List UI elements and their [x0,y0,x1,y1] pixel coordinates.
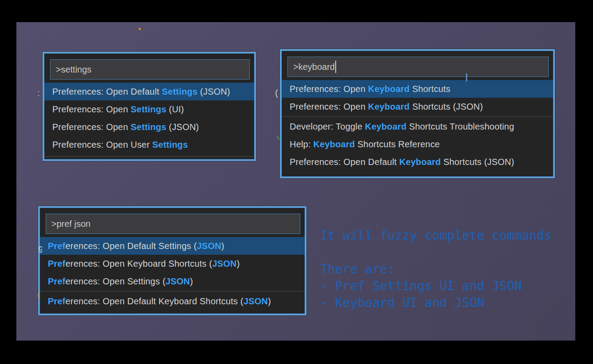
label-text: Preferences: Open [52,104,131,115]
command-item[interactable]: Preferences: Open Keyboard Shortcuts (JS… [282,98,553,115]
label-text: erences: Open Keyboard Shortcuts ( [66,259,212,269]
label-text: Preferences: Open [290,102,368,112]
command-input[interactable]: >settings [50,59,250,80]
command-query-text: >pref json [51,219,90,229]
label-text: ) [236,259,240,269]
match-highlight: Keyboard [399,157,441,167]
match-highlight: JSON [197,241,221,251]
command-item[interactable]: Developer: Toggle Keyboard Shortcuts Tro… [282,118,553,135]
match-highlight: JSON [166,276,190,287]
label-text: Shortcuts (JSON) [441,157,514,167]
label-text: (JSON) [198,87,230,97]
match-highlight: Settings [152,140,188,150]
match-highlight: JSON [244,296,268,307]
command-item-selected[interactable]: Preferences: Open Default Settings (JSON… [44,83,254,100]
note-line: - Keyboard UI and JSON [320,295,552,311]
command-item[interactable]: Preferences: Open Keyboard Shortcuts (JS… [40,255,305,272]
match-highlight: Settings [131,104,167,115]
command-result-list: Preferences: Open Default Settings (JSON… [40,237,305,310]
match-highlight: JSON [212,259,236,269]
command-item[interactable]: Preferences: Open Settings (JSON) [44,118,254,136]
label-text: (UI) [167,104,184,115]
match-highlight: Settings [131,122,167,132]
note-line [320,244,552,261]
screenshot-root: { "theme": { "panel_top": "#534f6d", "pa… [0,0,593,364]
match-highlight: Settings [162,87,198,97]
label-text: Shortcuts Troubleshooting [407,122,514,132]
label-text: (JSON) [167,122,199,132]
match-highlight: Keyboard [368,84,410,94]
command-input[interactable]: >pref json [46,214,300,234]
match-highlight: Pref [48,296,66,307]
match-highlight: Keyboard [365,122,407,132]
label-text: Shortcuts (JSON) [410,102,483,112]
command-query-text: >settings [56,65,92,75]
label-text: Preferences: Open Default [52,87,162,97]
label-text: ) [268,296,271,307]
label-text: Shortcuts Reference [355,139,440,149]
note-line: - Pref Settings UI and JSON [320,278,552,295]
match-highlight: Keyboard [368,102,410,112]
note-line: It will fuzzy complete commands [320,227,552,244]
label-text: Help: [290,139,313,149]
command-item[interactable]: Preferences: Open Settings (JSON) [40,272,305,290]
command-item-selected[interactable]: Preferences: Open Default Settings (JSON… [40,237,305,255]
keyboard-palette: >keyboardPreferences: Open Keyboard Shor… [280,49,555,178]
command-item[interactable]: Preferences: Open User Settings [44,136,254,153]
command-item-selected[interactable]: Preferences: Open Keyboard Shortcuts [282,80,553,98]
command-item[interactable]: Preferences: Open Default Keyboard Short… [40,292,305,310]
match-highlight: Pref [48,259,66,269]
label-text: Preferences: Open User [52,140,152,150]
note-line: There are: [320,261,552,278]
label-text: Preferences: Open Default [290,157,399,167]
label-text: ) [190,276,193,287]
command-result-list: Preferences: Open Default Settings (JSON… [44,83,254,157]
label-text: Shortcuts [410,84,450,94]
list-separator [282,116,553,117]
command-item[interactable]: Preferences: Open Settings (UI) [44,100,254,118]
label-text: Preferences: Open [52,122,131,132]
match-highlight: Keyboard [313,139,355,149]
match-highlight: Pref [48,276,66,287]
label-text: erences: Open Settings ( [66,276,166,287]
command-item[interactable]: Preferences: Open Default Keyboard Short… [282,153,553,171]
label-text: ) [221,241,225,251]
settings-palette: >settingsPreferences: Open Default Setti… [43,52,256,161]
label-text: erences: Open Default Settings ( [66,241,197,251]
text-caret [335,61,336,73]
command-input[interactable]: >keyboard [287,57,549,77]
label-text: Preferences: Open [290,84,368,94]
list-separator [44,156,254,157]
command-result-list: Preferences: Open Keyboard ShortcutsPref… [282,80,553,171]
pref-json-palette: >pref jsonPreferences: Open Default Sett… [38,206,306,315]
label-text: erences: Open Default Keyboard Shortcuts… [66,296,244,307]
annotation-notes: It will fuzzy complete commandsThere are… [320,227,552,311]
label-text: Developer: Toggle [290,122,365,132]
match-highlight: Pref [48,241,66,251]
command-query-text: >keyboard [293,62,335,72]
list-separator [40,291,305,291]
command-item[interactable]: Help: Keyboard Shortcuts Reference [282,135,553,153]
